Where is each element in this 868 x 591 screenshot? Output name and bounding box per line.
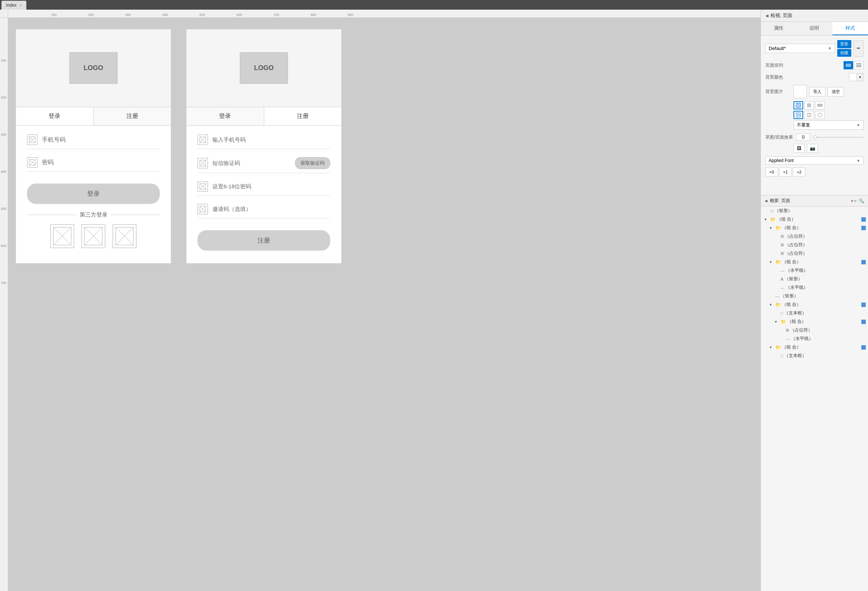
third-party-icon-2[interactable]	[81, 224, 105, 248]
ruler-mark-700: 700	[273, 13, 279, 17]
collapse-icon[interactable]: ◀	[765, 13, 768, 18]
toggle-6[interactable]: ▼	[769, 346, 774, 349]
tab-index[interactable]: index ×	[1, 1, 26, 10]
bg-color-label: 背景颜色	[765, 74, 791, 80]
tree-item-hline2[interactable]: — （水平线）	[761, 283, 868, 292]
sms-icon	[198, 158, 208, 168]
tree-item-hline3[interactable]: — （水平线）	[761, 334, 868, 343]
layout-btn-1[interactable]	[844, 61, 853, 69]
logo-area-right: LOGO	[186, 29, 341, 107]
font-dropdown[interactable]: Applied Font ▼	[765, 157, 864, 165]
get-sms-btn[interactable]: 获取验证码	[295, 157, 330, 169]
tree-item-placeholder1[interactable]: ⊠ （占位符）	[761, 232, 868, 241]
tab-attributes[interactable]: 属性	[761, 22, 796, 35]
toggle-2[interactable]: ▼	[769, 226, 774, 230]
sketch-icon-1[interactable]: 🖼	[794, 144, 805, 153]
svg-point-40	[818, 113, 822, 117]
tree-item-group6[interactable]: ▼ 📁 （组 合）	[761, 343, 868, 352]
tab-style[interactable]: 样式	[833, 22, 868, 35]
bg-opts-row2	[765, 111, 864, 119]
tab-login-right[interactable]: 登录	[186, 107, 264, 125]
tree-item-placeholder4[interactable]: ⊠ （占位符）	[761, 326, 868, 334]
login-submit-btn[interactable]: 登录	[27, 183, 160, 204]
outline-title: 概要: 页面	[770, 198, 848, 204]
third-party-label: 第三方登录	[27, 211, 160, 219]
import-btn[interactable]: 导入	[809, 87, 825, 96]
close-icon[interactable]: ×	[20, 3, 22, 7]
outline-collapse-icon[interactable]: ◀	[765, 199, 768, 203]
invite-field: 邀请码（选填）	[198, 204, 330, 219]
tab-register-left[interactable]: 注册	[94, 107, 171, 125]
tree-item-placeholder3[interactable]: ⊠ （占位符）	[761, 249, 868, 258]
placeholder-icon-4: ⊠	[786, 328, 789, 332]
reg-phone-field: 输入手机号码	[198, 134, 330, 149]
bg-color-btn[interactable]	[849, 73, 857, 81]
sketch-slider-track[interactable]	[813, 137, 864, 138]
tree-item-hline1[interactable]: — （水平线）	[761, 266, 868, 275]
bg-color-dropdown-btn[interactable]: ▼	[857, 73, 864, 81]
tab-register-right[interactable]: 注册	[264, 107, 342, 125]
outline-tree: □ （矩形） ▼ 📁 （组 合） ▼ 📁 （组 合）	[761, 207, 868, 591]
font-size-0[interactable]: +0	[765, 168, 778, 176]
tab-login-left[interactable]: 登录	[16, 107, 94, 125]
sketch-input[interactable]	[796, 133, 810, 141]
no-repeat-dropdown[interactable]: 不重复 ▼	[794, 121, 864, 130]
edit-style-btn[interactable]: ✏	[853, 40, 864, 57]
create-btn[interactable]: 创建	[837, 49, 851, 57]
outline-search-icon[interactable]: 🔍	[859, 198, 864, 204]
font-size-1[interactable]: +1	[779, 168, 792, 176]
update-btn[interactable]: 更新	[837, 40, 851, 48]
reg-password-field: 设置6-18位密码	[198, 181, 330, 196]
layout-btn-2[interactable]	[854, 61, 864, 69]
tree-item-group3[interactable]: ▼ 📁 （组 合）	[761, 258, 868, 266]
phone-icon	[27, 134, 37, 145]
sketch-slider-thumb[interactable]	[813, 135, 817, 139]
toggle-5[interactable]: ▼	[774, 320, 779, 324]
font-size-2[interactable]: +2	[793, 168, 805, 176]
folder-icon-4: 📁	[775, 302, 781, 307]
right-header-title: 检视: 页面	[771, 12, 864, 19]
tree-item-rect[interactable]: □ （矩形）	[761, 207, 868, 215]
toggle-4[interactable]: ▼	[769, 303, 774, 307]
canvas-content: LOGO 登录 注册	[16, 29, 749, 264]
sketch-icon-2[interactable]: 📷	[807, 144, 818, 153]
reg-phone-label: 输入手机号码	[213, 136, 246, 143]
tab-description[interactable]: 说明	[796, 22, 832, 35]
tree-item-group5[interactable]: ▼ 📁 （组 合）	[761, 318, 868, 326]
bg-opt-4[interactable]	[794, 111, 803, 119]
outline-filter-icon[interactable]: ▼≡	[850, 199, 856, 203]
tree-item-textbox1[interactable]: □ （文本框）	[761, 309, 868, 318]
third-party-icon-3[interactable]	[113, 224, 136, 248]
clear-btn[interactable]: 清空	[828, 87, 844, 96]
password-label: 密码	[42, 159, 54, 167]
bg-opt-2[interactable]	[804, 101, 814, 109]
toggle-1[interactable]: ▼	[764, 218, 769, 222]
bg-opt-1[interactable]	[794, 101, 803, 109]
tree-item-group4[interactable]: ▼ 📁 （组 合）	[761, 300, 868, 309]
font-row: Applied Font ▼	[765, 157, 864, 165]
hline-icon-3: —	[786, 337, 790, 341]
bg-opt-6[interactable]	[815, 111, 825, 119]
rect-icon: □	[771, 209, 773, 213]
canvas-scroll[interactable]: LOGO 登录 注册	[8, 18, 760, 591]
tree-item-textbox2[interactable]: □ （文本框）	[761, 352, 868, 360]
tree-item-small-rect[interactable]: — （矩形）	[761, 292, 868, 300]
tree-item-placeholder2[interactable]: ⊠ （占位符）	[761, 241, 868, 249]
logo-area-left: LOGO	[16, 29, 171, 107]
style-name-row: Default* ▼ 更新 创建 ✏	[765, 40, 864, 57]
svg-rect-34	[807, 104, 810, 107]
tree-item-group2[interactable]: ▼ 📁 （组 合）	[761, 223, 868, 232]
style-dropdown[interactable]: Default* ▼	[765, 44, 835, 53]
register-submit-btn[interactable]: 注册	[198, 230, 330, 251]
third-party-icon-1[interactable]	[50, 224, 74, 248]
bg-opt-3[interactable]	[815, 101, 825, 109]
tree-item-group1[interactable]: ▼ 📁 （组 合）	[761, 215, 868, 223]
tree-item-text-rect[interactable]: A （矩形）	[761, 275, 868, 283]
textbox-icon-1: □	[781, 311, 783, 316]
ruler-mark-200: 200	[88, 13, 94, 17]
bg-opt-5[interactable]	[804, 111, 814, 119]
small-rect-icon: —	[775, 294, 779, 298]
badge-2	[861, 226, 866, 230]
bg-color-row: 背景颜色 ▼	[765, 73, 864, 81]
toggle-3[interactable]: ▼	[769, 260, 774, 264]
